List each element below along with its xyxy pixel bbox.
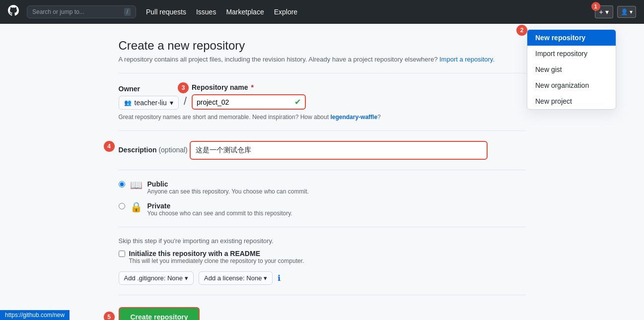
new-item-button[interactable]: 1 + ▾ — [595, 5, 613, 18]
nav-explore[interactable]: Explore — [274, 8, 297, 16]
lock-icon: 🔒 — [130, 201, 143, 213]
owner-repo-row: Owner 👥 teacher-liu ▾ / 3 Repository nam… — [119, 83, 526, 110]
owner-icon: 👥 — [124, 99, 132, 106]
private-option: 🔒 Private You choose who can see and com… — [119, 202, 526, 217]
create-repository-button[interactable]: Create repository — [119, 307, 200, 320]
main-nav: Pull requests Issues Marketplace Explore — [146, 8, 297, 16]
public-text: Public Anyone can see this repository. Y… — [147, 180, 309, 195]
suggestion-link[interactable]: legendary-waffle — [330, 114, 377, 121]
owner-label: Owner — [119, 85, 179, 93]
public-option: 📖 Public Anyone can see this repository.… — [119, 180, 526, 195]
new-item-dropdown: 2 New repository Import repository New g… — [527, 29, 616, 110]
divider-4 — [119, 227, 526, 227]
check-icon: ✔ — [294, 97, 301, 107]
inspiration-text: Great repository names are short and mem… — [119, 114, 526, 121]
user-avatar-button[interactable]: 👤 ▾ — [617, 6, 636, 18]
description-section: 4 Description (optional) — [119, 141, 526, 160]
private-desc: You choose who can see and commit to thi… — [147, 210, 292, 217]
info-icon[interactable]: ℹ — [278, 273, 281, 283]
divider-1 — [119, 73, 526, 73]
private-radio[interactable] — [119, 203, 125, 209]
dropdown-import-repository[interactable]: Import repository — [527, 46, 616, 62]
readme-title: Initialize this repository with a README — [129, 250, 304, 257]
nav-pull-requests[interactable]: Pull requests — [146, 8, 186, 16]
divider-3 — [119, 170, 526, 170]
page-title: Create a new repository — [119, 39, 526, 53]
status-url: https://github.com/new — [5, 312, 65, 319]
divider-2 — [119, 130, 526, 131]
navbar: Search or jump to... / Pull requests Iss… — [0, 0, 644, 24]
status-bar: https://github.com/new — [0, 310, 70, 320]
readme-desc: This will let you immediately clone the … — [129, 257, 304, 264]
search-kbd: / — [124, 8, 131, 16]
slash-separator: / — [184, 95, 187, 108]
description-input[interactable] — [190, 141, 488, 160]
annotation-badge-5: 5 — [104, 312, 115, 320]
chevron-down-icon: ▾ — [264, 274, 267, 282]
gitignore-select[interactable]: Add .gitignore: None ▾ — [119, 271, 194, 285]
book-open-icon: 📖 — [130, 179, 143, 191]
nav-marketplace[interactable]: Marketplace — [226, 8, 264, 16]
description-label: Description (optional) — [119, 146, 190, 154]
search-bar[interactable]: Search or jump to... / — [27, 5, 136, 18]
annotation-badge-4: 4 — [104, 141, 115, 152]
github-logo-icon[interactable] — [8, 5, 19, 19]
divider-5 — [119, 295, 526, 295]
nav-issues[interactable]: Issues — [196, 8, 216, 16]
dropdown-new-project[interactable]: New project — [527, 93, 616, 109]
private-title: Private — [147, 202, 292, 210]
public-title: Public — [147, 180, 309, 188]
annotation-badge-1: 1 — [591, 2, 600, 11]
main-content: Create a new repository A repository con… — [109, 24, 536, 320]
readme-checkbox-row: Initialize this repository with a README… — [119, 250, 526, 264]
owner-select[interactable]: 👥 teacher-liu ▾ — [119, 96, 179, 110]
repo-name-field-group: 3 Repository name * ✔ — [192, 83, 306, 110]
owner-field-group: Owner 👥 teacher-liu ▾ — [119, 85, 179, 110]
optional-marker: (optional) — [158, 146, 187, 154]
chevron-down-icon: ▾ — [170, 99, 173, 107]
license-select[interactable]: Add a license: None ▾ — [199, 271, 273, 285]
dropdown-new-gist[interactable]: New gist — [527, 62, 616, 77]
repo-name-label: 3 Repository name * — [192, 83, 306, 91]
annotation-badge-2: 2 — [516, 25, 527, 36]
annotation-badge-3: 3 — [178, 82, 189, 93]
public-desc: Anyone can see this repository. You choo… — [147, 188, 309, 195]
repo-name-input[interactable] — [197, 98, 294, 106]
page-subtitle: A repository contains all project files,… — [119, 56, 526, 63]
dropdown-new-organization[interactable]: New organization — [527, 77, 616, 93]
search-placeholder: Search or jump to... — [32, 8, 84, 15]
dropdown-new-repository[interactable]: New repository — [527, 30, 616, 46]
required-marker: * — [251, 83, 253, 91]
readme-checkbox[interactable] — [119, 251, 125, 257]
private-text: Private You choose who can see and commi… — [147, 202, 292, 217]
dropdowns-row: Add .gitignore: None ▾ Add a license: No… — [119, 271, 526, 285]
create-button-wrapper: 5 Create repository — [119, 307, 526, 320]
chevron-down-icon: ▾ — [185, 274, 188, 282]
navbar-right: 1 + ▾ 👤 ▾ 2 New repository Import reposi… — [595, 5, 636, 18]
repo-name-wrapper: ✔ — [192, 94, 306, 110]
init-skip-text: Skip this step if you're importing an ex… — [119, 237, 526, 245]
owner-value: teacher-liu — [135, 99, 167, 107]
readme-text: Initialize this repository with a README… — [129, 250, 304, 264]
public-radio[interactable] — [119, 181, 125, 188]
initialize-section: Skip this step if you're importing an ex… — [119, 237, 526, 285]
import-repository-link[interactable]: Import a repository. — [439, 56, 495, 63]
visibility-group: 📖 Public Anyone can see this repository.… — [119, 180, 526, 217]
